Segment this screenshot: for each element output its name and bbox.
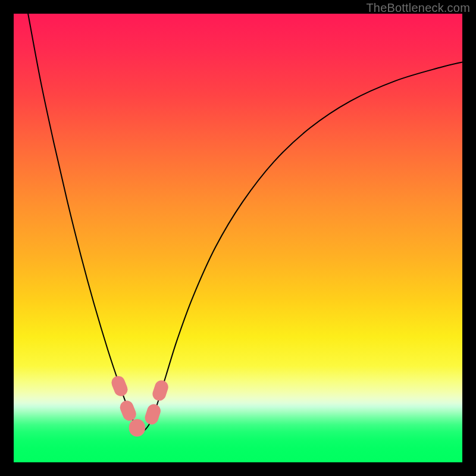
plot-area: [14, 14, 462, 462]
curve-marker: [118, 399, 138, 423]
marker-layer: [109, 374, 170, 437]
chart-svg: [14, 14, 462, 462]
curve-marker: [143, 402, 162, 426]
curve-marker: [109, 374, 130, 399]
curve-marker: [129, 419, 145, 436]
curve-layer: [28, 14, 462, 432]
bottleneck-curve: [28, 14, 462, 432]
curve-marker: [151, 378, 170, 402]
watermark-text: TheBottleneck.com: [366, 1, 470, 15]
outer-frame: TheBottleneck.com: [0, 0, 476, 476]
